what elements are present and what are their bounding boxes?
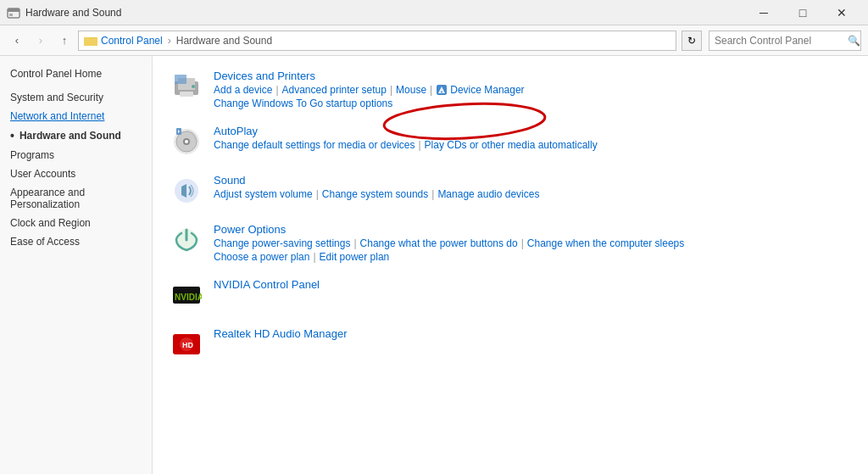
choose-plan-link[interactable]: Choose a power plan xyxy=(214,251,309,263)
sidebar-item-control-panel-home[interactable]: Control Panel Home xyxy=(0,64,152,83)
sidebar-item-system-security[interactable]: System and Security xyxy=(0,88,152,107)
devices-printers-icon xyxy=(170,70,203,103)
svg-rect-8 xyxy=(180,92,193,97)
titlebar-left: Hardware and Sound xyxy=(7,6,121,20)
autoplay-icon xyxy=(170,125,203,159)
svg-rect-1 xyxy=(8,8,19,12)
power-options-title[interactable]: Power Options xyxy=(214,223,286,236)
maximize-button[interactable]: □ xyxy=(783,0,822,25)
sidebar-item-hardware-sound[interactable]: Hardware and Sound xyxy=(0,125,152,146)
nvidia-icon: NVIDIA xyxy=(170,278,203,312)
minimize-button[interactable]: ─ xyxy=(744,0,783,25)
sidebar-label: Appearance and Personalization xyxy=(10,187,142,210)
sound-icon xyxy=(170,174,203,208)
section-nvidia: NVIDIA NVIDIA Control Panel xyxy=(170,278,851,312)
sep1: › xyxy=(168,35,171,47)
sidebar-label: Hardware and Sound xyxy=(19,130,121,142)
sidebar-item-user-accounts[interactable]: User Accounts xyxy=(0,165,152,183)
breadcrumb-cp[interactable]: Control Panel xyxy=(101,35,163,47)
device-manager-icon xyxy=(436,84,448,96)
autoplay-title[interactable]: AutoPlay xyxy=(214,125,258,137)
play-cds-link[interactable]: Play CDs or other media automatically xyxy=(425,139,598,151)
advanced-printer-link[interactable]: Advanced printer setup xyxy=(282,84,387,96)
titlebar: Hardware and Sound ─ □ ✕ xyxy=(0,0,868,25)
nvidia-content: NVIDIA Control Panel xyxy=(214,278,320,291)
realtek-title[interactable]: Realtek HD Audio Manager xyxy=(214,327,348,340)
sidebar-item-programs[interactable]: Programs xyxy=(0,146,152,165)
close-button[interactable]: ✕ xyxy=(822,0,861,25)
back-button[interactable]: ‹ xyxy=(7,31,27,51)
sidebar-label: System and Security xyxy=(10,92,103,103)
power-options-links2: Choose a power plan | Edit power plan xyxy=(214,251,684,263)
windows-to-go-link[interactable]: Change Windows To Go startup options xyxy=(214,98,392,109)
sidebar-item-appearance[interactable]: Appearance and Personalization xyxy=(0,183,152,214)
svg-point-17 xyxy=(185,140,188,143)
search-box: 🔍 xyxy=(709,31,861,51)
address-bar[interactable]: Control Panel › Hardware and Sound xyxy=(78,31,676,51)
realtek-content: Realtek HD Audio Manager xyxy=(214,327,348,340)
add-device-link[interactable]: Add a device xyxy=(214,84,272,96)
computer-sleeps-link[interactable]: Change when the computer sleeps xyxy=(527,237,684,249)
devices-printers-links: Add a device | Advanced printer setup | … xyxy=(214,84,525,96)
power-saving-link[interactable]: Change power-saving settings xyxy=(214,237,350,249)
svg-rect-10 xyxy=(175,75,186,84)
forward-button[interactable]: › xyxy=(31,31,51,51)
autoplay-links: Change default settings for media or dev… xyxy=(214,139,598,151)
power-options-icon xyxy=(170,223,203,257)
power-options-links1: Change power-saving settings | Change wh… xyxy=(214,237,684,249)
svg-rect-2 xyxy=(9,14,13,16)
refresh-button[interactable]: ↻ xyxy=(682,31,702,51)
sidebar-item-ease-of-access[interactable]: Ease of Access xyxy=(0,232,152,251)
devices-printers-links2: Change Windows To Go startup options xyxy=(214,98,525,109)
sidebar-label: Control Panel Home xyxy=(10,68,102,80)
window-title: Hardware and Sound xyxy=(25,7,121,19)
sound-title[interactable]: Sound xyxy=(214,174,246,187)
devices-printers-content: Devices and Printers Add a device | Adva… xyxy=(214,70,525,109)
search-input[interactable] xyxy=(709,35,847,47)
section-sound: Sound Adjust system volume | Change syst… xyxy=(170,174,851,208)
sidebar-label: Ease of Access xyxy=(10,236,80,248)
svg-text:HD: HD xyxy=(182,341,193,349)
breadcrumb-current: Hardware and Sound xyxy=(176,35,272,47)
svg-rect-5 xyxy=(84,38,97,46)
devices-printers-title[interactable]: Devices and Printers xyxy=(214,70,315,82)
main-layout: Control Panel Home System and Security N… xyxy=(0,56,868,474)
svg-text:NVIDIA: NVIDIA xyxy=(175,293,202,302)
mouse-link[interactable]: Mouse xyxy=(396,84,426,96)
window-icon xyxy=(7,6,20,20)
search-icon[interactable]: 🔍 xyxy=(847,31,860,51)
sidebar-item-clock-region[interactable]: Clock and Region xyxy=(0,214,152,232)
power-options-content: Power Options Change power-saving settin… xyxy=(214,223,684,263)
folder-icon xyxy=(84,35,97,47)
sidebar-label: User Accounts xyxy=(10,168,75,180)
section-power-options: Power Options Change power-saving settin… xyxy=(170,223,851,263)
autoplay-content: AutoPlay Change default settings for med… xyxy=(214,125,598,151)
svg-point-13 xyxy=(441,92,442,93)
sidebar-item-network-internet[interactable]: Network and Internet xyxy=(0,107,152,125)
adjust-volume-link[interactable]: Adjust system volume xyxy=(214,188,313,200)
nvidia-title[interactable]: NVIDIA Control Panel xyxy=(214,278,320,291)
realtek-icon: HD xyxy=(170,327,203,361)
window-controls: ─ □ ✕ xyxy=(744,0,861,25)
sound-links: Adjust system volume | Change system sou… xyxy=(214,188,539,200)
svg-rect-22 xyxy=(181,187,186,195)
sidebar-label: Clock and Region xyxy=(10,217,91,229)
navbar: ‹ › ↑ Control Panel › Hardware and Sound… xyxy=(0,25,868,56)
default-settings-link[interactable]: Change default settings for media or dev… xyxy=(214,139,415,151)
sidebar-label: Network and Internet xyxy=(10,110,104,122)
section-realtek: HD Realtek HD Audio Manager xyxy=(170,327,851,361)
up-button[interactable]: ↑ xyxy=(54,31,75,51)
manage-audio-link[interactable]: Manage audio devices xyxy=(437,188,539,200)
svg-point-9 xyxy=(192,85,195,88)
section-devices-printers: Devices and Printers Add a device | Adva… xyxy=(170,70,851,109)
section-autoplay: AutoPlay Change default settings for med… xyxy=(170,125,851,159)
content-area: Devices and Printers Add a device | Adva… xyxy=(153,56,868,390)
sound-content: Sound Adjust system volume | Change syst… xyxy=(214,174,539,200)
sidebar: Control Panel Home System and Security N… xyxy=(0,56,153,474)
device-manager-link[interactable]: Device Manager xyxy=(450,84,524,96)
edit-plan-link[interactable]: Edit power plan xyxy=(320,251,390,263)
sidebar-label: Programs xyxy=(10,149,54,161)
power-buttons-link[interactable]: Change what the power buttons do xyxy=(360,237,518,249)
change-sounds-link[interactable]: Change system sounds xyxy=(322,188,428,200)
